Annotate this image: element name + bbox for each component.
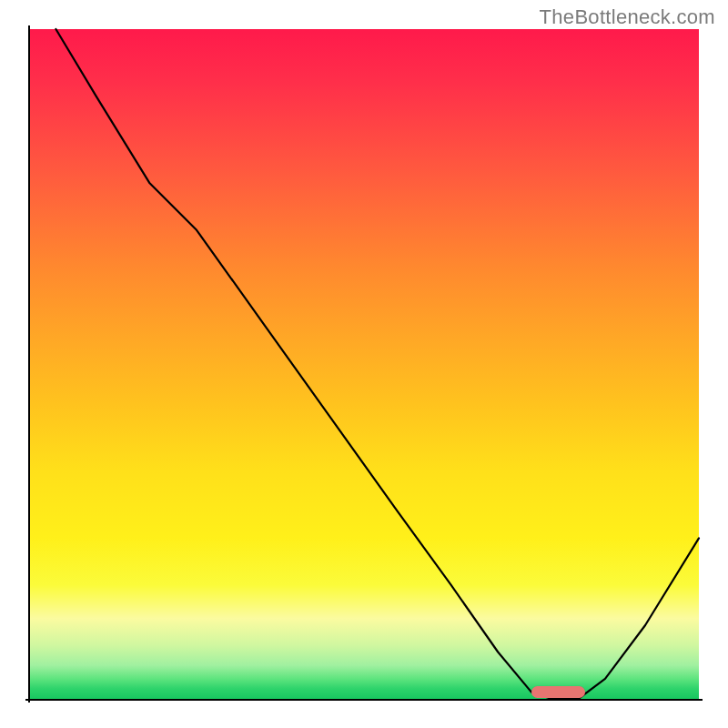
bottleneck-curve — [29, 29, 699, 699]
watermark-text: TheBottleneck.com — [540, 5, 715, 29]
chart-container: TheBottleneck.com — [0, 0, 728, 728]
optimal-range-marker — [531, 686, 585, 698]
x-axis — [25, 699, 703, 701]
